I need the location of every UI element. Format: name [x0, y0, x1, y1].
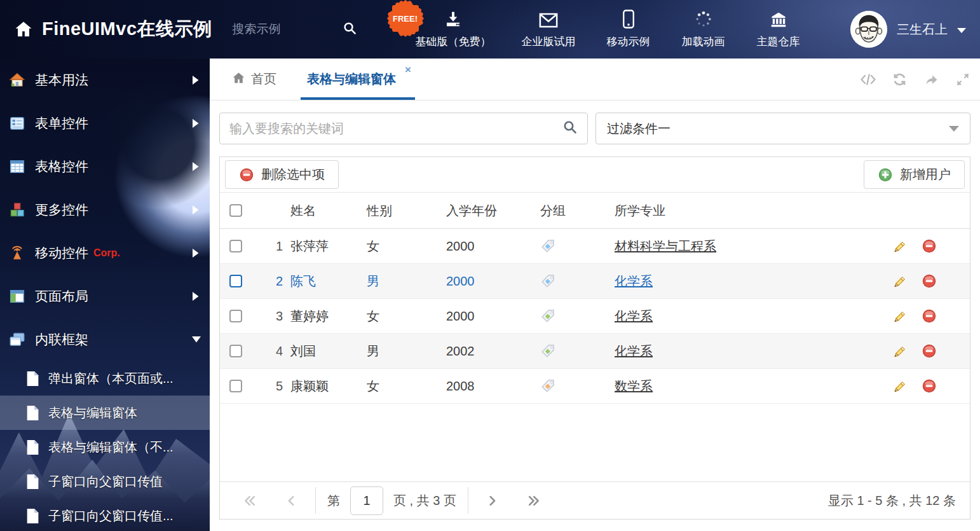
search-icon[interactable] — [343, 21, 357, 38]
row-checkbox[interactable] — [229, 275, 242, 287]
cell-name: 董婷婷 — [287, 299, 363, 333]
tag-blue-icon — [540, 273, 555, 289]
header-search-placeholder: 搜索示例 — [233, 21, 281, 38]
cell-year: 2000 — [442, 299, 536, 333]
view-source-icon[interactable] — [860, 72, 875, 87]
tab-active-label: 表格与编辑窗体 — [307, 71, 396, 88]
share-icon[interactable] — [923, 72, 939, 87]
header-search[interactable]: 搜索示例 — [233, 21, 357, 38]
header-nav: FREE! 基础版（免费） 企业版试用 移动示例 加载动画 主题仓库 — [416, 10, 801, 49]
row-checkbox[interactable] — [229, 345, 242, 357]
sidebar-item[interactable]: 表单控件 — [0, 102, 210, 145]
app-title: FineUIMvc在线示例 — [42, 17, 212, 42]
sidebar-subitem[interactable]: 弹出窗体（本页面或... — [0, 361, 210, 396]
sidebar-item[interactable]: 更多控件 — [0, 188, 210, 231]
row-number: 4 — [252, 334, 287, 368]
tab-home[interactable]: 首页 — [232, 59, 276, 100]
major-link[interactable]: 材料科学与工程系 — [615, 238, 716, 255]
delete-selected-button[interactable]: 删除选中项 — [225, 160, 339, 189]
page-number-input[interactable] — [350, 486, 383, 515]
column-actions — [888, 193, 970, 228]
add-user-button[interactable]: 新增用户 — [864, 160, 965, 189]
sidebar-item-label: 表单控件 — [35, 114, 88, 132]
row-checkbox[interactable] — [229, 380, 242, 392]
edit-icon[interactable] — [891, 378, 906, 394]
major-link[interactable]: 化学系 — [615, 308, 653, 325]
table-row[interactable]: 5 康颖颖 女 2008 数学系 — [220, 369, 970, 404]
row-checkbox[interactable] — [229, 310, 242, 322]
search-icon[interactable] — [562, 120, 578, 137]
tab-home-label: 首页 — [251, 71, 276, 88]
file-icon — [25, 439, 39, 455]
column-year: 入学年份 — [442, 193, 536, 228]
sidebar-subitem-label: 表格与编辑窗体（不... — [48, 439, 174, 456]
sidebar-item[interactable]: 移动控件 Corp. — [0, 231, 210, 275]
username: 三生石上 — [897, 21, 948, 38]
tag-orange-icon — [540, 378, 555, 394]
row-checkbox[interactable] — [229, 240, 242, 252]
cell-gender: 男 — [363, 334, 442, 368]
tab-close-icon[interactable]: × — [405, 64, 411, 75]
cell-gender: 男 — [363, 264, 442, 298]
table-row[interactable]: 1 张萍萍 女 2000 材料科学与工程系 — [220, 229, 970, 264]
avatar[interactable] — [850, 11, 887, 48]
sidebar-item[interactable]: 内联框架 — [0, 318, 210, 361]
sidebar-item-label: 内联框架 — [35, 331, 88, 348]
table-row[interactable]: 3 董婷婷 女 2000 化学系 — [220, 299, 970, 334]
header-nav-item[interactable]: 主题仓库 — [756, 10, 801, 49]
select-all-checkbox[interactable] — [229, 204, 242, 217]
header-nav-item[interactable]: 加载动画 — [681, 10, 726, 49]
delete-icon[interactable] — [922, 238, 937, 254]
header-nav-item[interactable]: FREE! 基础版（免费） — [416, 10, 491, 49]
nav-label: 加载动画 — [682, 34, 725, 49]
add-button-label: 新增用户 — [900, 166, 951, 183]
file-icon — [25, 371, 39, 386]
sidebar-item[interactable]: 基本用法 — [0, 59, 210, 102]
app-logo[interactable]: FineUIMvc在线示例 — [14, 17, 212, 42]
prev-page-button[interactable] — [271, 495, 311, 507]
sidebar-subitem[interactable]: 表格与编辑窗体 — [0, 396, 210, 430]
sidebar-subitem[interactable]: 子窗口向父窗口传值 — [0, 464, 210, 499]
delete-icon[interactable] — [922, 343, 937, 359]
header-nav-item[interactable]: 移动示例 — [606, 10, 651, 49]
chevron-right-icon — [191, 162, 200, 172]
sidebar-subitem-label: 子窗口向父窗口传值 — [48, 473, 163, 490]
free-badge: FREE! — [386, 0, 425, 38]
next-page-button[interactable] — [472, 495, 512, 507]
divider — [468, 487, 468, 514]
edit-icon[interactable] — [891, 343, 906, 359]
cell-year: 2000 — [442, 229, 536, 263]
record-summary: 显示 1 - 5 条 , 共 12 条 — [828, 492, 962, 509]
keyword-search-input[interactable] — [229, 121, 556, 136]
sidebar-item[interactable]: 页面布局 — [0, 275, 210, 318]
cell-name: 刘国 — [287, 334, 363, 368]
major-link[interactable]: 数学系 — [615, 378, 653, 395]
table-row[interactable]: 2 陈飞 男 2000 化学系 — [220, 264, 970, 299]
sidebar-subitem[interactable]: 子窗口向父窗口传值... — [0, 499, 210, 531]
dropdown-caret-icon — [949, 126, 959, 132]
sidebar-item[interactable]: 表格控件 — [0, 145, 210, 188]
expand-icon[interactable] — [955, 72, 970, 87]
last-page-button[interactable] — [512, 495, 555, 507]
delete-icon[interactable] — [922, 273, 937, 289]
first-page-button[interactable] — [229, 495, 271, 507]
major-link[interactable]: 化学系 — [615, 343, 653, 360]
edit-icon[interactable] — [891, 273, 906, 289]
sidebar-subitem[interactable]: 表格与编辑窗体（不... — [0, 430, 210, 464]
grid-toolbar: 删除选中项 新增用户 — [220, 157, 970, 193]
delete-icon[interactable] — [922, 378, 937, 394]
divider — [315, 487, 316, 514]
cell-name: 张萍萍 — [287, 229, 363, 263]
major-link[interactable]: 化学系 — [615, 273, 653, 290]
header-nav-item[interactable]: 企业版试用 — [522, 10, 576, 49]
refresh-icon[interactable] — [892, 72, 907, 87]
tab-active[interactable]: 表格与编辑窗体 × — [303, 59, 412, 100]
edit-icon[interactable] — [891, 238, 906, 254]
delete-icon[interactable] — [922, 308, 937, 324]
filter-dropdown[interactable]: 过滤条件一 — [595, 113, 970, 144]
user-menu[interactable]: 三生石上 — [850, 11, 966, 48]
main-content: 首页 表格与编辑窗体 × 过滤条件一 删除选中项 — [210, 59, 980, 531]
sidebar: 基本用法 表单控件 表格控件 更多控件 移动控件 Corp. 页面布局 内联框架… — [0, 59, 210, 531]
table-row[interactable]: 4 刘国 男 2002 化学系 — [220, 334, 970, 369]
edit-icon[interactable] — [891, 308, 906, 324]
